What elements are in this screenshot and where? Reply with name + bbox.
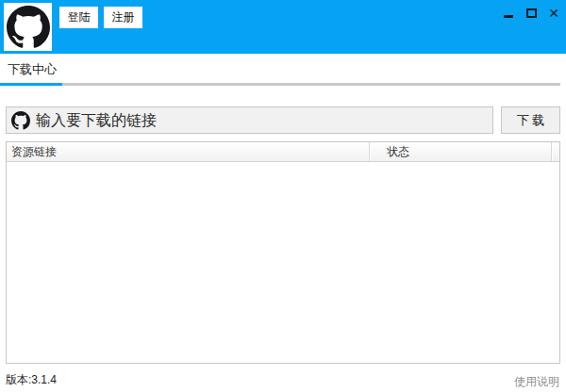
table-header: 资源链接 状态 <box>7 142 559 162</box>
column-header-extra <box>551 142 559 161</box>
tab-active-indicator <box>0 83 62 86</box>
download-button[interactable]: 下 载 <box>501 106 560 134</box>
tab-bar: 下载中心 <box>0 54 566 86</box>
app-window: 登陆 注册 ✕ 下载中心 下 载 资源链接 状态 <box>0 0 566 392</box>
download-url-input[interactable] <box>36 107 492 133</box>
url-input-box <box>6 106 493 134</box>
table-body[interactable] <box>7 163 559 363</box>
column-header-status[interactable]: 状态 <box>369 142 551 161</box>
tab-underline <box>0 83 560 86</box>
footer: 版本:3.1.4 使用说明 <box>0 366 566 392</box>
github-icon <box>11 111 30 130</box>
titlebar: 登陆 注册 ✕ <box>0 0 566 54</box>
download-row: 下 载 <box>0 106 566 135</box>
close-icon[interactable]: ✕ <box>547 5 560 22</box>
maximize-icon[interactable] <box>524 5 538 22</box>
window-controls: ✕ <box>502 4 560 23</box>
github-logo-icon <box>7 6 50 49</box>
tab-download-center[interactable]: 下载中心 <box>8 61 57 78</box>
register-button[interactable]: 注册 <box>104 7 142 28</box>
help-link[interactable]: 使用说明 <box>514 374 559 390</box>
site-watermark <box>330 368 500 388</box>
downloads-table: 资源链接 状态 <box>6 141 560 364</box>
version-label: 版本:3.1.4 <box>6 372 57 388</box>
minimize-icon[interactable] <box>502 5 515 22</box>
login-button[interactable]: 登陆 <box>59 7 98 28</box>
column-header-resource-link[interactable]: 资源链接 <box>7 142 369 161</box>
app-logo <box>4 3 52 51</box>
